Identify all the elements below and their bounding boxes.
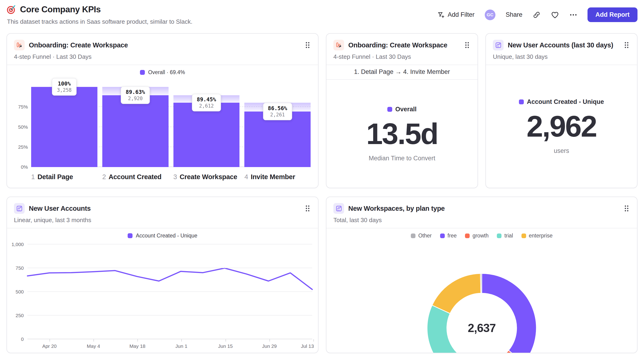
funnel-bar[interactable] bbox=[174, 103, 240, 167]
card-subtitle: Unique, last 30 days bbox=[493, 53, 630, 60]
line-legend[interactable]: Account Created - Unique bbox=[7, 233, 318, 239]
page-title: Core Company KPIs bbox=[20, 5, 101, 14]
page-subtitle: This dataset tracks actions in Saas soft… bbox=[7, 18, 192, 25]
drag-handle-icon[interactable] bbox=[464, 40, 470, 50]
legend-swatch bbox=[140, 70, 145, 75]
step-number: 3 bbox=[174, 173, 177, 181]
step-name: Invite Member bbox=[251, 173, 295, 181]
add-filter-button[interactable]: Add Filter bbox=[437, 11, 474, 18]
add-filter-label: Add Filter bbox=[448, 11, 474, 18]
card-accounts-trend: New User Accounts Linear, unique, last 3… bbox=[6, 197, 318, 353]
funnel-step-label: 3Create Workspace bbox=[174, 173, 240, 181]
card-title: New User Accounts bbox=[29, 205, 91, 212]
accounts30-legend[interactable]: Account Created - Unique bbox=[519, 98, 604, 105]
donut-slice-other[interactable] bbox=[480, 274, 482, 293]
link-icon[interactable] bbox=[533, 11, 540, 19]
top-bar: Core Company KPIs This dataset tracks ac… bbox=[6, 0, 638, 25]
card-subtitle: 4-step Funnel · Last 30 Days bbox=[334, 53, 470, 60]
add-report-button[interactable]: Add Report bbox=[588, 7, 638, 22]
line-series[interactable] bbox=[28, 244, 312, 339]
insights-report-icon bbox=[14, 203, 25, 214]
funnel-bar-step-1[interactable]: 100%3,258 bbox=[31, 87, 98, 167]
step-number: 4 bbox=[244, 173, 248, 181]
donut-legend-item-enterprise[interactable]: enterprise bbox=[522, 233, 553, 239]
legend-label: enterprise bbox=[529, 233, 553, 239]
header-actions: Add Filter GC Share bbox=[437, 7, 638, 22]
funnel-bar-step-2[interactable]: 89.63%2,920 bbox=[102, 87, 168, 167]
line-chart-body: Account Created - Unique 1,0007505002500… bbox=[7, 228, 318, 353]
donut-legend-item-other[interactable]: Other bbox=[411, 233, 432, 239]
donut-chart-body: Otherfreegrowthtrialenterprise 2,637 bbox=[326, 228, 637, 353]
target-emoji-icon bbox=[6, 5, 16, 14]
funnel-legend[interactable]: Overall · 69.4% bbox=[7, 69, 318, 75]
card-funnel: Onboarding: Create Workspace 4-step Funn… bbox=[6, 33, 318, 188]
funnel-plus-icon bbox=[437, 11, 445, 18]
line-x-tick: Jun 15 bbox=[218, 344, 233, 349]
funnel-bar-step-4[interactable]: 86.56%2,261 bbox=[244, 87, 310, 167]
funnel-bar[interactable] bbox=[31, 87, 98, 167]
card-subtitle: 4-step Funnel · Last 30 Days bbox=[14, 53, 311, 60]
line-x-tick: Jun 29 bbox=[262, 344, 277, 349]
funnel-range-label: 1. Detail Page → 4. Invite Member bbox=[326, 65, 478, 79]
drag-handle-icon[interactable] bbox=[304, 204, 311, 213]
heart-icon[interactable] bbox=[551, 11, 559, 19]
x-axis-tick bbox=[226, 339, 226, 342]
legend-swatch bbox=[128, 233, 132, 238]
funnel-bar-label: 89.45%2,612 bbox=[192, 94, 221, 111]
drag-handle-icon[interactable] bbox=[623, 204, 630, 213]
donut-slice-free[interactable] bbox=[482, 274, 536, 353]
funnel-y-tick: 0% bbox=[21, 164, 28, 170]
line-path[interactable] bbox=[28, 268, 312, 290]
funnel-bar-step-3[interactable]: 89.45%2,612 bbox=[174, 87, 240, 167]
line-x-tick: May 4 bbox=[87, 344, 100, 349]
median-legend[interactable]: Overall bbox=[387, 106, 416, 113]
funnel-y-tick: 75% bbox=[18, 104, 28, 110]
funnel-y-tick: 50% bbox=[18, 124, 28, 130]
donut-total: 2,637 bbox=[468, 321, 496, 335]
title-block: Core Company KPIs This dataset tracks ac… bbox=[6, 5, 192, 25]
card-title: Onboarding: Create Workspace bbox=[348, 41, 447, 49]
donut-legend-item-trial[interactable]: trial bbox=[497, 233, 513, 239]
card-subtitle: Total, last 30 days bbox=[334, 217, 630, 224]
insights-report-icon bbox=[493, 40, 504, 50]
card-median-time: Onboarding: Create Workspace 4-step Funn… bbox=[326, 33, 478, 188]
funnel-count: 3,258 bbox=[57, 87, 72, 93]
funnel-count: 2,612 bbox=[197, 103, 216, 109]
x-axis-tick bbox=[270, 339, 270, 342]
gridline bbox=[28, 315, 312, 316]
legend-label: Overall bbox=[395, 106, 416, 113]
share-button[interactable]: Share bbox=[506, 11, 522, 18]
median-value-body: Overall 13.5d Median Time to Convert bbox=[326, 80, 478, 188]
funnel-bar[interactable] bbox=[102, 95, 168, 167]
legend-swatch bbox=[519, 99, 524, 104]
legend-label: Other bbox=[418, 233, 432, 239]
line-plot: 1,0007505002500Apr 20May 4May 18Jun 1Jun… bbox=[28, 244, 312, 339]
donut-legend: Otherfreegrowthtrialenterprise bbox=[326, 233, 637, 239]
funnel-conversion-pct: 100% bbox=[57, 81, 72, 87]
drag-handle-icon[interactable] bbox=[304, 40, 311, 50]
donut-legend-item-growth[interactable]: growth bbox=[465, 233, 488, 239]
more-options-icon[interactable] bbox=[569, 13, 577, 16]
donut-slice-enterprise[interactable] bbox=[432, 274, 481, 314]
drag-handle-icon[interactable] bbox=[623, 40, 630, 50]
donut-chart bbox=[425, 271, 539, 353]
card-title: Onboarding: Create Workspace bbox=[29, 41, 128, 49]
x-axis-tick bbox=[50, 339, 50, 342]
step-name: Detail Page bbox=[38, 173, 73, 181]
legend-swatch bbox=[411, 234, 416, 238]
legend-swatch bbox=[522, 234, 526, 238]
line-y-tick: 250 bbox=[16, 313, 24, 318]
legend-swatch bbox=[497, 234, 502, 238]
funnel-step-label: 2Account Created bbox=[102, 173, 168, 181]
card-subtitle: Linear, unique, last 3 months bbox=[14, 217, 311, 224]
dashboard-grid: Onboarding: Create Workspace 4-step Funn… bbox=[6, 33, 638, 353]
line-x-tick: May 18 bbox=[130, 344, 146, 349]
donut-legend-item-free[interactable]: free bbox=[440, 233, 457, 239]
gridline bbox=[28, 244, 312, 244]
funnel-report-icon bbox=[334, 40, 344, 50]
legend-swatch bbox=[465, 234, 470, 238]
funnel-bar-label: 86.56%2,261 bbox=[263, 103, 292, 120]
line-x-tick: Jul 13 bbox=[301, 344, 314, 349]
card-new-accounts-30d: New User Accounts (last 30 days) Unique,… bbox=[486, 33, 638, 188]
avatar[interactable]: GC bbox=[485, 9, 496, 20]
